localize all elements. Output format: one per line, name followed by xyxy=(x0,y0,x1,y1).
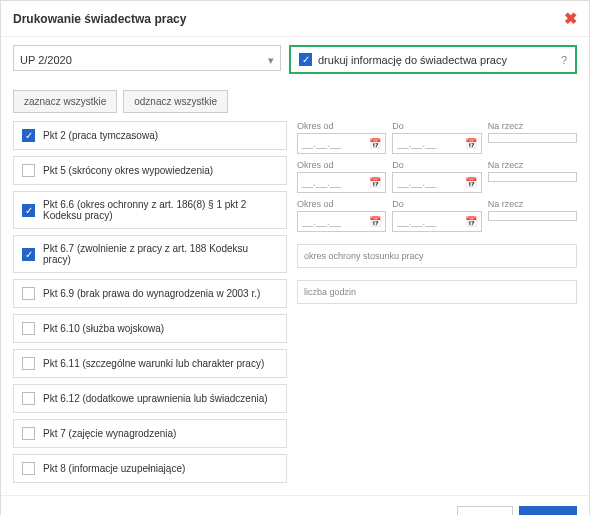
calendar-icon[interactable]: 📅 xyxy=(369,216,381,227)
item-label: Pkt 2 (praca tymczasowa) xyxy=(43,130,158,141)
item-label: Pkt 6.11 (szczególne warunki lub charakt… xyxy=(43,358,264,369)
do-input[interactable]: __.__.__📅 xyxy=(392,133,481,154)
do-input[interactable]: __.__.__📅 xyxy=(392,211,481,232)
item-checkbox[interactable] xyxy=(22,392,35,405)
na-input[interactable] xyxy=(488,172,577,182)
checklist-item[interactable]: Pkt 6.10 (służba wojskowa) xyxy=(13,314,287,343)
na-input[interactable] xyxy=(488,133,577,143)
printinfo-checkbox[interactable] xyxy=(299,53,312,66)
item-label: Pkt 5 (skrócony okres wypowiedzenia) xyxy=(43,165,213,176)
checklist-item[interactable]: Pkt 5 (skrócony okres wypowiedzenia) xyxy=(13,156,287,185)
col-label: Okres od xyxy=(297,160,386,170)
text-field[interactable]: okres ochrony stosunku pracy xyxy=(297,244,577,268)
checklist-item[interactable]: Pkt 6.9 (brak prawa do wynagrodzenia w 2… xyxy=(13,279,287,308)
od-input[interactable]: __.__.__📅 xyxy=(297,172,386,193)
col-label: Na rzecz xyxy=(488,199,577,209)
col-label: Na rzecz xyxy=(488,121,577,131)
item-label: Pkt 6.12 (dodatkowe uprawnienia lub świa… xyxy=(43,393,268,404)
item-checkbox[interactable] xyxy=(22,129,35,142)
item-label: Pkt 6.6 (okres ochronny z art. 186(8) § … xyxy=(43,199,278,221)
col-label: Do xyxy=(392,199,481,209)
checklist-item[interactable]: Pkt 2 (praca tymczasowa) xyxy=(13,121,287,150)
item-checkbox[interactable] xyxy=(22,462,35,475)
col-label: Okres od xyxy=(297,121,386,131)
item-checkbox[interactable] xyxy=(22,248,35,261)
item-checkbox[interactable] xyxy=(22,287,35,300)
calendar-icon[interactable]: 📅 xyxy=(369,138,381,149)
na-input[interactable] xyxy=(488,211,577,221)
item-label: Pkt 6.9 (brak prawa do wynagrodzenia w 2… xyxy=(43,288,260,299)
cancel-button[interactable]: Anuluj xyxy=(457,506,514,515)
item-label: Pkt 6.7 (zwolnienie z pracy z art. 188 K… xyxy=(43,243,278,265)
close-icon[interactable]: ✖ xyxy=(564,9,577,28)
item-checkbox[interactable] xyxy=(22,204,35,217)
do-input[interactable]: __.__.__📅 xyxy=(392,172,481,193)
item-label: Pkt 7 (zajęcie wynagrodzenia) xyxy=(43,428,176,439)
od-input[interactable]: __.__.__📅 xyxy=(297,133,386,154)
od-input[interactable]: __.__.__📅 xyxy=(297,211,386,232)
checklist-item[interactable]: Pkt 6.12 (dodatkowe uprawnienia lub świa… xyxy=(13,384,287,413)
select-all-button[interactable]: zaznacz wszystkie xyxy=(13,90,117,113)
item-label: Pkt 6.10 (służba wojskowa) xyxy=(43,323,164,334)
col-label: Do xyxy=(392,160,481,170)
checklist-item[interactable]: Pkt 8 (informacje uzupełniające) xyxy=(13,454,287,483)
calendar-icon[interactable]: 📅 xyxy=(369,177,381,188)
calendar-icon[interactable]: 📅 xyxy=(465,216,477,227)
print-button[interactable]: Drukuj xyxy=(519,506,577,515)
checklist-item[interactable]: Pkt 7 (zajęcie wynagrodzenia) xyxy=(13,419,287,448)
calendar-icon[interactable]: 📅 xyxy=(465,177,477,188)
deselect-all-button[interactable]: odznacz wszystkie xyxy=(123,90,228,113)
item-checkbox[interactable] xyxy=(22,164,35,177)
checklist-item[interactable]: Pkt 6.6 (okres ochronny z art. 186(8) § … xyxy=(13,191,287,229)
calendar-icon[interactable]: 📅 xyxy=(465,138,477,149)
item-checkbox[interactable] xyxy=(22,322,35,335)
checklist-item[interactable]: Pkt 6.7 (zwolnienie z pracy z art. 188 K… xyxy=(13,235,287,273)
col-label: Na rzecz xyxy=(488,160,577,170)
item-checkbox[interactable] xyxy=(22,427,35,440)
col-label: Do xyxy=(392,121,481,131)
printinfo-label: drukuj informację do świadectwa pracy xyxy=(318,54,507,66)
umowa-select[interactable]: UP 2/2020 xyxy=(13,45,281,71)
modal-title: Drukowanie świadectwa pracy xyxy=(13,12,186,26)
col-label: Okres od xyxy=(297,199,386,209)
text-field[interactable]: liczba godzin xyxy=(297,280,577,304)
item-label: Pkt 8 (informacje uzupełniające) xyxy=(43,463,185,474)
checklist-item[interactable]: Pkt 6.11 (szczególne warunki lub charakt… xyxy=(13,349,287,378)
item-checkbox[interactable] xyxy=(22,357,35,370)
help-icon[interactable]: ? xyxy=(561,54,567,66)
